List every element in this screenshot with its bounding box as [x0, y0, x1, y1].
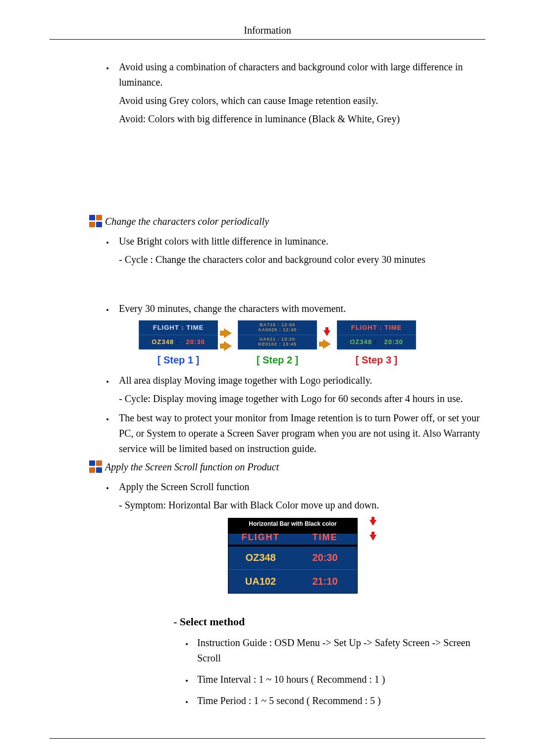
- select-method-heading: - Select method: [173, 613, 485, 630]
- text: FLIGHT : TIME: [139, 323, 217, 335]
- arrow-right-icon: [224, 341, 232, 351]
- arrow-down-icon: [323, 330, 330, 336]
- display-box: FLIGHT : TIME OZ348 : 20:30: [337, 320, 416, 350]
- section-heading-screen-scroll: Apply the Screen Scroll function on Prod…: [89, 460, 485, 473]
- text: UA102: [228, 570, 293, 593]
- text: OZ348: [350, 338, 372, 346]
- arrow-column: [224, 328, 232, 360]
- text: FLIGHT : TIME: [337, 323, 416, 335]
- arrow-column: [323, 330, 331, 358]
- text: Apply the Screen Scroll function: [119, 481, 249, 492]
- section-title: Change the characters color periodically: [105, 216, 269, 227]
- text: Avoid: Colors with big difference in lum…: [119, 111, 485, 127]
- text: TIME: [293, 530, 357, 546]
- color-grid-icon: [89, 460, 103, 473]
- list-item: All area display Moving image together w…: [114, 373, 485, 406]
- text: Horizontal Bar with Black color: [228, 518, 357, 530]
- list-item: Avoid using a combination of characters …: [114, 59, 485, 127]
- select-method-list: Instruction Guide : OSD Menu -> Set Up -…: [119, 635, 485, 708]
- list-item: Apply the Screen Scroll function - Sympt…: [114, 479, 485, 708]
- step-block-3: FLIGHT : TIME OZ348 : 20:30 [ Step 3 ]: [337, 320, 416, 368]
- step-label: [ Step 1 ]: [139, 353, 218, 368]
- step-label: [ Step 2 ]: [238, 353, 317, 368]
- step-block-1: FLIGHT : TIME OZ348 : 20:30 [ Step 1 ]: [139, 320, 218, 368]
- section-title: Apply the Screen Scroll function on Prod…: [105, 461, 279, 473]
- list-item: Use Bright colors with little difference…: [114, 234, 485, 267]
- footer-rule: [50, 738, 485, 739]
- text: OZ348: [228, 546, 293, 569]
- section-list: Apply the Screen Scroll function - Sympt…: [50, 479, 485, 708]
- arrow-down-icon: [370, 535, 376, 541]
- text: 20:30: [384, 338, 403, 346]
- section-list: Every 30 minutes, change the characters …: [50, 301, 485, 456]
- section-list: Use Bright colors with little difference…: [50, 234, 485, 267]
- text: AA0025 : 12:45: [238, 328, 317, 333]
- text: - Cycle: Display moving image together w…: [119, 391, 485, 406]
- text: All area display Moving image together w…: [119, 375, 372, 386]
- arrow-down-icon: [370, 520, 376, 526]
- list-item: Every 30 minutes, change the characters …: [114, 301, 485, 368]
- text: 21:10: [293, 570, 357, 593]
- text: 20:30: [186, 338, 205, 346]
- arrow-right-icon: [323, 339, 331, 349]
- text: - Symptom: Horizontal Bar with Black Col…: [119, 498, 485, 513]
- list-item: Time Period : 1 ~ 5 second ( Recommend :…: [193, 693, 485, 708]
- step-label: [ Step 3 ]: [337, 353, 416, 368]
- list-item: Time Interval : 1 ~ 10 hours ( Recommend…: [193, 672, 485, 687]
- color-grid-icon: [89, 215, 103, 228]
- list-item: Instruction Guide : OSD Menu -> Set Up -…: [193, 635, 485, 666]
- arrow-right-icon: [224, 328, 232, 338]
- text: 20:30: [293, 546, 357, 569]
- text: Avoid using a combination of characters …: [119, 61, 463, 88]
- steps-figure: FLIGHT : TIME OZ348 : 20:30 [ Step 1 ]: [139, 320, 416, 368]
- page-title: Information: [50, 25, 485, 40]
- text: Use Bright colors with little difference…: [119, 236, 328, 247]
- text: OZ348: [152, 338, 174, 346]
- text: KE0102 : 13:45: [238, 342, 317, 347]
- section-heading-change-color: Change the characters color periodically: [89, 215, 485, 228]
- display-box: BA710 : 12:00 AA0025 : 12:45 UA511 : 13:…: [238, 320, 317, 350]
- hbar-arrows: [370, 520, 376, 541]
- step-block-2: BA710 : 12:00 AA0025 : 12:45 UA511 : 13:…: [238, 320, 317, 368]
- text: FLIGHT: [228, 530, 293, 546]
- text: Every 30 minutes, change the characters …: [119, 303, 346, 314]
- text: - Cycle : Change the characters color an…: [119, 252, 485, 267]
- display-box: FLIGHT : TIME OZ348 : 20:30: [139, 320, 218, 350]
- list-item: The best way to protect your monitor fro…: [114, 410, 485, 456]
- text: The best way to protect your monitor fro…: [119, 412, 480, 454]
- intro-list: Avoid using a combination of characters …: [50, 59, 485, 127]
- horizontal-bar-figure: Horizontal Bar with Black color FLIGHT T…: [228, 518, 376, 593]
- page: Information Avoid using a combination of…: [0, 0, 535, 756]
- text: Avoid using Grey colors, which can cause…: [119, 93, 485, 108]
- hbar-box: Horizontal Bar with Black color FLIGHT T…: [228, 518, 358, 593]
